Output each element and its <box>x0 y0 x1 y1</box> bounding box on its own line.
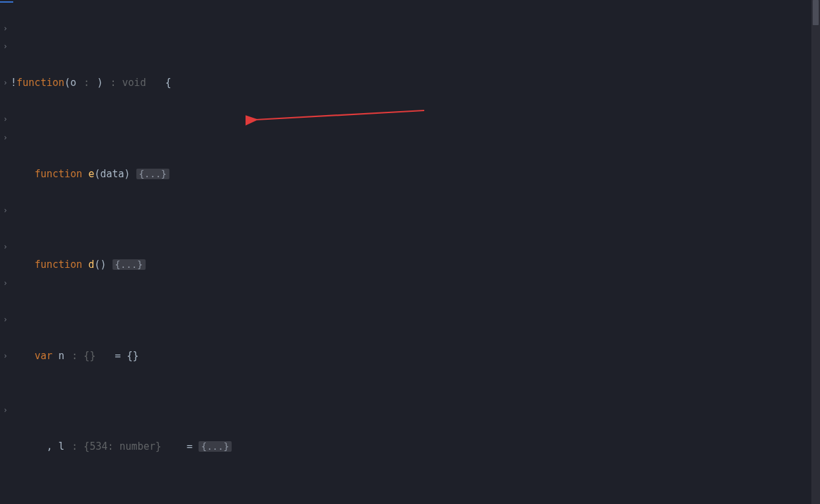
svg-line-1 <box>255 110 424 120</box>
fold-region[interactable]: {...} <box>199 441 232 452</box>
fold-region[interactable]: {...} <box>113 259 146 270</box>
annotation-arrow-icon <box>246 106 431 126</box>
fold-toggle[interactable]: › <box>0 38 11 56</box>
fold-toggle[interactable] <box>0 365 11 384</box>
fold-region[interactable]: {...} <box>136 169 169 179</box>
fold-toggle[interactable]: › <box>0 274 11 293</box>
fold-toggle[interactable]: › <box>0 347 11 366</box>
code-editor: › › › › › › › › › › › !function(o : ) : … <box>0 0 820 504</box>
fold-toggle[interactable]: › <box>0 110 11 129</box>
fold-toggle[interactable]: › <box>0 238 11 257</box>
fold-toggle[interactable] <box>0 438 11 456</box>
fold-toggle[interactable] <box>0 384 11 402</box>
scrollbar-thumb[interactable] <box>813 0 819 25</box>
code-line: function e(data) {...} <box>11 165 811 184</box>
fold-toggle[interactable] <box>0 420 11 439</box>
fold-toggle[interactable]: › <box>0 129 11 147</box>
fold-toggle[interactable] <box>0 220 11 238</box>
fold-toggle[interactable]: › <box>0 74 11 93</box>
code-line: var n : {} = {} <box>11 347 811 366</box>
fold-toggle[interactable] <box>0 165 11 184</box>
fold-toggle[interactable] <box>0 147 11 165</box>
fold-toggle[interactable] <box>0 183 11 202</box>
fold-toggle[interactable] <box>0 292 11 311</box>
vertical-scrollbar[interactable] <box>811 0 820 504</box>
fold-gutter: › › › › › › › › › › › <box>0 0 11 504</box>
code-line: function d() {...} <box>11 256 811 274</box>
fold-toggle[interactable] <box>0 474 11 493</box>
fold-toggle[interactable] <box>0 456 11 475</box>
fold-toggle[interactable]: › <box>0 311 11 329</box>
fold-toggle[interactable]: › <box>0 401 11 420</box>
code-body[interactable]: !function(o : ) : void { function e(data… <box>11 0 811 504</box>
fold-toggle[interactable]: › <box>0 202 11 220</box>
fold-toggle[interactable] <box>0 56 11 75</box>
fold-toggle[interactable] <box>0 1 11 20</box>
fold-toggle[interactable] <box>0 256 11 274</box>
fold-toggle[interactable]: › <box>0 20 11 38</box>
code-line: , l : {534: number} = {...} <box>11 438 811 456</box>
fold-toggle[interactable] <box>0 329 11 347</box>
fold-toggle[interactable] <box>0 93 11 111</box>
code-line: !function(o : ) : void { <box>11 74 811 93</box>
